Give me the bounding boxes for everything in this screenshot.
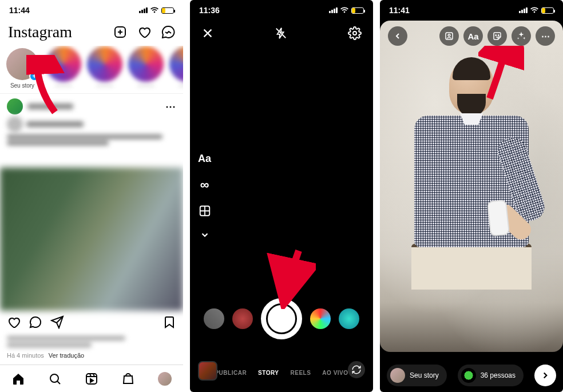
camera-screen: 11:36 Aa ∞ bbox=[190, 0, 373, 392]
gallery-thumbnail[interactable] bbox=[198, 361, 217, 381]
like-icon[interactable] bbox=[7, 315, 21, 329]
svg-point-3 bbox=[50, 374, 58, 382]
story-item[interactable]: ——— bbox=[47, 48, 80, 89]
settings-gear-icon[interactable] bbox=[348, 26, 362, 40]
wifi-icon bbox=[340, 7, 349, 14]
story-canvas[interactable] bbox=[380, 21, 563, 352]
post-caption-blur bbox=[0, 119, 183, 129]
svg-rect-5 bbox=[86, 374, 97, 384]
comment-icon[interactable] bbox=[29, 315, 42, 329]
editor-top-bar: Aa ⋯ bbox=[380, 26, 563, 46]
nav-profile-avatar[interactable] bbox=[158, 372, 172, 386]
status-bar: 11:36 bbox=[190, 0, 373, 21]
text-tool-icon[interactable]: Aa bbox=[463, 26, 483, 46]
layout-icon[interactable] bbox=[199, 204, 211, 217]
status-bar: 11:41 bbox=[380, 0, 563, 21]
bookmark-icon[interactable] bbox=[162, 315, 176, 329]
activity-heart-icon[interactable] bbox=[137, 25, 151, 39]
post-text-blur bbox=[0, 129, 183, 151]
filter-thumb[interactable] bbox=[310, 308, 331, 329]
nav-shop-icon[interactable] bbox=[121, 372, 135, 386]
story-item[interactable]: ——— bbox=[171, 48, 183, 89]
camera-side-tools: Aa ∞ bbox=[198, 152, 211, 240]
mode-ao-vivo[interactable]: AO VIVO bbox=[322, 370, 348, 376]
send-to-button[interactable] bbox=[534, 365, 556, 386]
post-more-icon[interactable]: ⋯ bbox=[165, 100, 176, 113]
status-icons bbox=[329, 7, 364, 14]
post-timestamp-row: Há 4 minutos Ver tradução bbox=[0, 350, 183, 361]
filter-thumb[interactable] bbox=[232, 308, 253, 329]
status-bar: 11:44 bbox=[0, 0, 183, 21]
more-options-icon[interactable]: ⋯ bbox=[536, 26, 555, 46]
translate-link[interactable]: Ver tradução bbox=[49, 352, 84, 359]
more-tools-chevron-icon[interactable] bbox=[200, 229, 210, 240]
wifi-icon bbox=[530, 7, 539, 14]
mode-publicar[interactable]: PUBLICAR bbox=[215, 370, 247, 376]
status-time: 11:41 bbox=[389, 6, 410, 15]
close-friends-label: 36 pessoas bbox=[481, 371, 516, 379]
instagram-logo: Instagram bbox=[8, 23, 72, 41]
filter-thumb[interactable] bbox=[204, 308, 224, 329]
flip-camera-icon[interactable] bbox=[348, 361, 365, 378]
svg-point-19 bbox=[498, 35, 499, 36]
flash-off-icon[interactable] bbox=[275, 27, 287, 39]
feed-post-header: ⋯ bbox=[0, 94, 183, 119]
your-story[interactable]: + Seu story bbox=[6, 48, 39, 89]
back-icon[interactable] bbox=[388, 26, 407, 46]
signal-icon bbox=[139, 7, 148, 13]
photo-subject bbox=[406, 60, 537, 300]
svg-point-12 bbox=[353, 31, 356, 35]
svg-point-17 bbox=[448, 34, 450, 37]
signal-icon bbox=[519, 7, 528, 13]
sticker-icon[interactable] bbox=[487, 26, 507, 46]
stories-row[interactable]: + Seu story ——— ——— ——— ——— bbox=[0, 46, 183, 94]
post-avatar[interactable] bbox=[7, 98, 23, 114]
wifi-icon bbox=[150, 7, 159, 14]
camera-modes[interactable]: PUBLICAR STORY REELS AO VIVO bbox=[190, 370, 373, 376]
camera-top-bar bbox=[190, 21, 373, 46]
battery-icon bbox=[161, 7, 174, 14]
tag-people-icon[interactable] bbox=[439, 26, 459, 46]
status-icons bbox=[139, 7, 174, 14]
battery-icon bbox=[541, 7, 554, 14]
bottom-nav bbox=[0, 365, 183, 392]
feed-screen: 11:44 Instagram + Seu s bbox=[0, 0, 183, 392]
battery-icon bbox=[351, 7, 364, 14]
filter-carousel[interactable] bbox=[190, 298, 373, 339]
share-your-story-button[interactable]: Seu story bbox=[387, 365, 447, 386]
editor-tools: Aa ⋯ bbox=[439, 26, 555, 46]
signal-icon bbox=[329, 7, 338, 13]
add-story-badge-icon[interactable]: + bbox=[29, 71, 39, 81]
post-user[interactable] bbox=[7, 98, 73, 114]
editor-bottom-bar: Seu story 36 pessoas bbox=[380, 365, 563, 386]
svg-line-4 bbox=[57, 381, 60, 384]
effects-sparkle-icon[interactable] bbox=[512, 26, 531, 46]
share-close-friends-button[interactable]: 36 pessoas bbox=[458, 365, 524, 386]
your-story-avatar[interactable]: + bbox=[6, 48, 38, 80]
post-image[interactable] bbox=[0, 168, 183, 311]
filter-thumb[interactable] bbox=[339, 308, 359, 329]
mode-story[interactable]: STORY bbox=[258, 370, 279, 376]
text-tool-icon[interactable]: Aa bbox=[198, 152, 211, 164]
shutter-button[interactable] bbox=[261, 298, 302, 339]
create-post-icon[interactable] bbox=[113, 25, 127, 39]
share-icon[interactable] bbox=[50, 315, 64, 329]
nav-reels-icon[interactable] bbox=[85, 372, 98, 386]
status-time: 11:44 bbox=[9, 6, 30, 15]
post-timestamp: Há 4 minutos bbox=[7, 352, 44, 359]
status-time: 11:36 bbox=[199, 6, 220, 15]
editor-screen: 11:41 Aa bbox=[380, 0, 563, 392]
header-actions bbox=[113, 25, 175, 39]
mode-reels[interactable]: REELS bbox=[291, 370, 311, 376]
nav-home-icon[interactable] bbox=[11, 372, 25, 386]
story-item[interactable]: ——— bbox=[129, 48, 162, 89]
close-icon[interactable] bbox=[201, 27, 214, 39]
status-icons bbox=[519, 7, 554, 14]
story-item[interactable]: ——— bbox=[88, 48, 121, 89]
boomerang-icon[interactable]: ∞ bbox=[200, 177, 209, 192]
close-friends-star-icon bbox=[461, 368, 476, 383]
post-actions bbox=[0, 311, 183, 334]
messenger-icon[interactable] bbox=[161, 25, 175, 39]
nav-search-icon[interactable] bbox=[48, 372, 62, 386]
svg-point-18 bbox=[495, 35, 497, 36]
